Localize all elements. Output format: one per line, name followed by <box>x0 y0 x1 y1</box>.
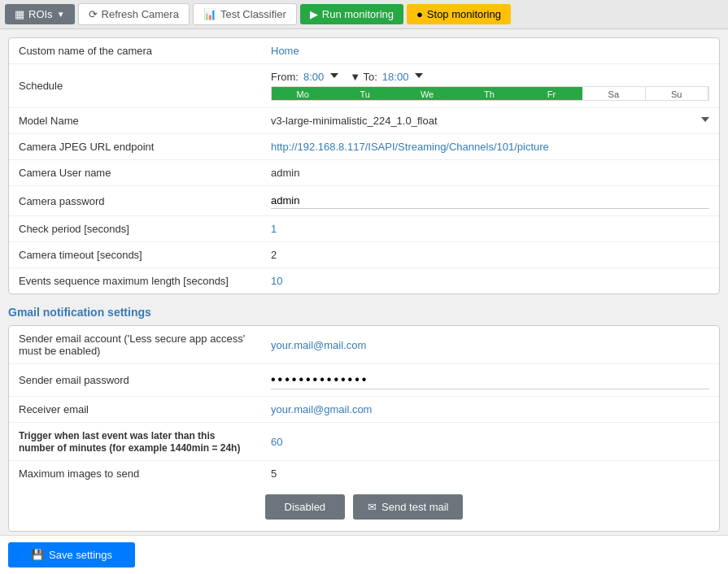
field-value <box>261 186 719 216</box>
schedule-cell: From: 8:00 ▼ To: 18:00 Mo Tu We <box>261 64 719 108</box>
table-row: Camera password <box>9 186 719 216</box>
schedule-to-value[interactable]: 18:00 <box>382 71 409 83</box>
gmail-settings-table: Sender email account ('Less secure app a… <box>9 326 719 486</box>
camera-timeout-value: 2 <box>271 249 277 261</box>
table-row: Custom name of the camera Home <box>9 38 719 64</box>
field-value: Home <box>261 38 719 64</box>
schedule-day-fr[interactable]: Fr <box>521 87 582 100</box>
test-label: Test Classifier <box>220 8 286 20</box>
gmail-section-title: Gmail notification settings <box>8 306 720 319</box>
main-content: Custom name of the camera Home Schedule … <box>0 29 728 551</box>
send-mail-label: Send test mail <box>381 501 448 513</box>
camera-name-link[interactable]: Home <box>271 45 299 57</box>
run-monitoring-button[interactable]: ▶ Run monitoring <box>300 4 403 24</box>
field-value: admin <box>261 160 719 186</box>
send-test-mail-button[interactable]: ✉ Send test mail <box>353 494 463 520</box>
gmail-action-buttons: Disabled ✉ Send test mail <box>9 486 719 531</box>
table-row: Sender email password <box>9 364 719 397</box>
field-value: http://192.168.8.117/ISAPI/Streaming/Cha… <box>261 134 719 160</box>
schedule-to-arrow[interactable] <box>415 73 423 81</box>
field-label: Schedule <box>9 64 261 108</box>
field-value: 10 <box>261 268 719 294</box>
check-period-link[interactable]: 1 <box>271 223 277 235</box>
disabled-button[interactable]: Disabled <box>265 494 346 520</box>
refresh-icon: ⟳ <box>89 8 98 20</box>
gmail-settings-section: Sender email account ('Less secure app a… <box>8 325 720 532</box>
save-settings-button[interactable]: 💾 Save settings <box>8 542 135 567</box>
schedule-from-arrow[interactable] <box>330 73 338 81</box>
schedule-to-label: ▼ To: <box>350 71 377 83</box>
stop-icon: ● <box>416 8 423 20</box>
field-value: your.mail@gmail.com <box>261 397 719 423</box>
sender-password-input[interactable] <box>271 371 709 389</box>
table-row: Camera User name admin <box>9 160 719 186</box>
save-settings-bar: 💾 Save settings <box>0 535 728 574</box>
model-select-arrow-icon <box>701 117 709 125</box>
schedule-day-th[interactable]: Th <box>458 87 520 100</box>
roi-icon: ▦ <box>15 8 24 20</box>
schedule-from-value[interactable]: 8:00 <box>303 71 324 83</box>
schedule-day-su[interactable]: Su <box>646 87 708 100</box>
field-label: Camera timeout [seconds] <box>9 242 261 268</box>
field-value: your.mail@mail.com <box>261 326 719 364</box>
refresh-camera-button[interactable]: ⟳ Refresh Camera <box>78 3 190 25</box>
field-label: Sender email password <box>9 364 261 397</box>
rois-dropdown-icon: ▼ <box>57 10 65 19</box>
camera-settings-section: Custom name of the camera Home Schedule … <box>8 37 720 294</box>
trigger-label: Trigger when last event was later than t… <box>19 430 240 454</box>
field-label: Model Name <box>9 108 261 134</box>
run-label: Run monitoring <box>322 8 394 20</box>
table-row: Events sequence maximum length [seconds]… <box>9 268 719 294</box>
test-classifier-button[interactable]: 📊 Test Classifier <box>193 3 297 25</box>
save-icon: 💾 <box>31 549 44 561</box>
jpeg-url-link[interactable]: http://192.168.8.117/ISAPI/Streaming/Cha… <box>271 141 549 153</box>
field-label: Events sequence maximum length [seconds] <box>9 268 261 294</box>
rois-label: ROIs <box>28 8 53 20</box>
field-label: Maximum images to send <box>9 461 261 487</box>
max-images-value: 5 <box>271 467 277 480</box>
schedule-day-sa[interactable]: Sa <box>582 87 645 100</box>
table-row: Schedule From: 8:00 ▼ To: 18:00 <box>9 64 719 108</box>
schedule-container: From: 8:00 ▼ To: 18:00 Mo Tu We <box>271 71 709 101</box>
table-row: Camera JPEG URL endpoint http://192.168.… <box>9 134 719 160</box>
rois-button[interactable]: ▦ ROIs ▼ <box>5 4 75 24</box>
model-name-value: v3-large-minimalistic_224_1.0_float <box>271 115 438 127</box>
schedule-day-tu[interactable]: Tu <box>333 87 395 100</box>
stop-label: Stop monitoring <box>427 8 501 20</box>
table-row: Model Name v3-large-minimalistic_224_1.0… <box>9 108 719 134</box>
receiver-email-link[interactable]: your.mail@gmail.com <box>271 403 372 415</box>
field-label: Custom name of the camera <box>9 38 261 64</box>
field-value: 2 <box>261 242 719 268</box>
field-value: 60 <box>261 423 719 461</box>
stop-monitoring-button[interactable]: ● Stop monitoring <box>407 4 511 24</box>
table-row: Trigger when last event was later than t… <box>9 423 719 461</box>
trigger-minutes-link[interactable]: 60 <box>271 436 282 448</box>
field-value: 5 <box>261 461 719 487</box>
table-row: Maximum images to send 5 <box>9 461 719 487</box>
events-seq-link[interactable]: 10 <box>271 275 282 287</box>
table-row: Receiver email your.mail@gmail.com <box>9 397 719 423</box>
field-label: Check period [seconds] <box>9 216 261 242</box>
send-icon: ✉ <box>368 501 377 513</box>
field-value <box>261 364 719 397</box>
model-name-select[interactable]: v3-large-minimalistic_224_1.0_float <box>271 115 709 127</box>
schedule-day-mo[interactable]: Mo <box>272 87 333 100</box>
field-value[interactable]: v3-large-minimalistic_224_1.0_float <box>261 108 719 134</box>
field-label: Sender email account ('Less secure app a… <box>9 326 261 364</box>
schedule-bar: Mo Tu We Th Fr Sa Su <box>271 86 709 101</box>
save-button-label: Save settings <box>49 549 112 561</box>
camera-password-input[interactable] <box>271 193 709 209</box>
field-label: Receiver email <box>9 397 261 423</box>
field-label: Trigger when last event was later than t… <box>9 423 261 461</box>
table-row: Check period [seconds] 1 <box>9 216 719 242</box>
field-label: Camera JPEG URL endpoint <box>9 134 261 160</box>
schedule-day-we[interactable]: We <box>396 87 458 100</box>
field-value: 1 <box>261 216 719 242</box>
run-icon: ▶ <box>310 8 318 20</box>
sender-email-link[interactable]: your.mail@mail.com <box>271 339 366 351</box>
camera-settings-table: Custom name of the camera Home Schedule … <box>9 38 719 294</box>
refresh-label: Refresh Camera <box>102 8 179 20</box>
camera-username-value: admin <box>271 167 299 179</box>
table-row: Camera timeout [seconds] 2 <box>9 242 719 268</box>
field-label: Camera password <box>9 186 261 216</box>
